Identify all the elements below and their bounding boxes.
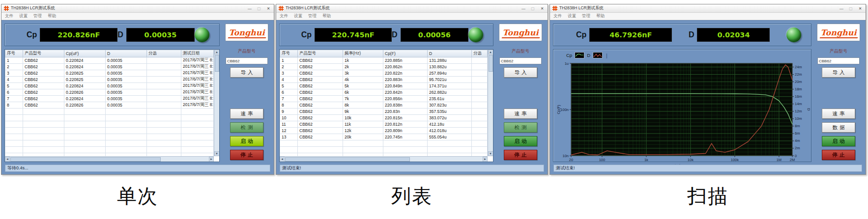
product-model-input[interactable]: [226, 57, 268, 64]
scroll-thumb[interactable]: [285, 157, 410, 162]
table-row[interactable]: 5CBB625k220.849n174.371u: [280, 83, 488, 89]
scroll-left-icon[interactable]: ◄: [5, 157, 10, 162]
column-header[interactable]: 分选: [472, 50, 488, 57]
column-header[interactable]: D: [106, 50, 147, 57]
table-row[interactable]: 3CBB620.2208250.000352017/6/7/周三 8:52: [5, 70, 214, 77]
data-button[interactable]: 数据: [822, 122, 855, 133]
legend-d-label[interactable]: D: [587, 53, 590, 58]
table-row[interactable]: 7CBB620.2208240.000352017/6/7/周三 8:52: [5, 96, 214, 102]
table-row[interactable]: 11CBB6211k220.812n412.18u: [280, 121, 488, 128]
import-button[interactable]: 导入: [822, 67, 855, 78]
table-cell: 412.18u: [428, 121, 472, 128]
table-row[interactable]: 3CBB623k220.822n257.894u: [280, 70, 488, 77]
maximize-button[interactable]: ▢: [256, 6, 262, 11]
table-row[interactable]: 13CBB6220k220.745n555.054u: [280, 134, 488, 140]
table-row[interactable]: 9CBB629k220.83n357.535u: [280, 109, 488, 115]
scroll-down-icon[interactable]: ▼: [488, 151, 493, 156]
column-header[interactable]: 序号: [5, 50, 23, 57]
scroll-thumb[interactable]: [489, 55, 493, 72]
table-row[interactable]: 8CBB620.2208260.000352017/6/7/周三 8:52: [5, 102, 214, 109]
menu-settings[interactable]: 设置: [568, 13, 576, 19]
d-curve-icon[interactable]: [593, 52, 603, 58]
column-header[interactable]: 测试日期: [181, 50, 214, 57]
vertical-scrollbar[interactable]: ▲ ▼: [214, 50, 219, 156]
rate-button[interactable]: 速率: [230, 109, 263, 119]
product-model-input[interactable]: [817, 57, 860, 64]
scroll-right-icon[interactable]: ►: [483, 157, 488, 162]
scroll-left-icon[interactable]: ◄: [280, 157, 285, 162]
menu-help[interactable]: 帮助: [322, 13, 331, 19]
start-button[interactable]: 启动: [504, 136, 537, 146]
column-header[interactable]: 频率(Hz): [343, 50, 383, 57]
vertical-scrollbar[interactable]: ▲ ▼: [488, 50, 493, 156]
titlebar[interactable]: TH2838H LCR测试系统 — ▢ ✕: [276, 4, 548, 13]
rate-button[interactable]: 速率: [822, 109, 855, 119]
table-row[interactable]: 4CBB624k220.883n95.7021u: [280, 77, 488, 83]
menu-manage[interactable]: 管理: [582, 13, 590, 19]
scroll-thumb[interactable]: [10, 157, 161, 162]
table-row[interactable]: 8CBB628k220.838n307.823u: [280, 102, 488, 109]
column-header[interactable]: 产品型号: [298, 50, 343, 57]
rate-button[interactable]: 速率: [504, 109, 537, 119]
horizontal-scrollbar[interactable]: ◄ ►: [280, 156, 488, 162]
maximize-button[interactable]: ▢: [530, 6, 536, 11]
column-header[interactable]: D: [428, 50, 472, 57]
product-model-input[interactable]: [499, 57, 542, 64]
scroll-down-icon[interactable]: ▼: [214, 151, 220, 156]
close-button[interactable]: ✕: [857, 6, 863, 11]
start-button[interactable]: 启动: [230, 136, 263, 146]
scroll-up-icon[interactable]: ▲: [214, 50, 220, 55]
table-row[interactable]: 1CBB620.2208240.000352017/6/7/周三 8:52: [5, 57, 214, 64]
stop-button[interactable]: 停止: [504, 150, 537, 160]
close-button[interactable]: ✕: [539, 6, 545, 11]
menu-help[interactable]: 帮助: [48, 13, 56, 19]
cp-curve-icon[interactable]: [575, 52, 584, 58]
table-row[interactable]: 6CBB620.2208260.000352017/6/7/周三 8:52: [5, 89, 214, 96]
legend-cp-label[interactable]: Cp: [566, 53, 572, 58]
column-header[interactable]: 分选: [147, 50, 181, 57]
scroll-thumb[interactable]: [215, 55, 219, 72]
import-button[interactable]: 导入: [504, 67, 537, 78]
close-button[interactable]: ✕: [265, 6, 271, 11]
titlebar[interactable]: TH2838H LCR测试系统 — ▢ ✕: [1, 4, 274, 13]
stop-button[interactable]: 停止: [822, 150, 855, 160]
maximize-button[interactable]: ▢: [848, 6, 854, 11]
column-header[interactable]: Cp(uF): [64, 50, 106, 57]
menu-settings[interactable]: 设置: [294, 13, 302, 19]
table-row[interactable]: 12CBB6212k220.809n412.018u: [280, 128, 488, 134]
svg-text:100: 100: [599, 158, 606, 162]
menu-file[interactable]: 文件: [553, 13, 562, 19]
scroll-right-icon[interactable]: ►: [209, 157, 214, 162]
titlebar[interactable]: TH2838H LCR测试系统 — ▢ ✕: [550, 4, 866, 13]
table-row[interactable]: 7CBB627k220.856n235.61u: [280, 96, 488, 102]
table-row[interactable]: 2CBB620.2208240.000352017/6/7/周三 8:52: [5, 64, 214, 70]
detect-button[interactable]: 检测: [230, 122, 263, 133]
table-row[interactable]: 10CBB6210k220.815n383.072u: [280, 115, 488, 121]
scroll-up-icon[interactable]: ▲: [488, 50, 493, 55]
stop-button[interactable]: 停止: [230, 150, 263, 160]
table-row[interactable]: 5CBB620.2208240.000352017/6/7/周三 8:52: [5, 83, 214, 89]
menu-file[interactable]: 文件: [5, 13, 13, 19]
start-button[interactable]: 启动: [822, 136, 855, 146]
minimize-button[interactable]: —: [521, 6, 526, 11]
menu-file[interactable]: 文件: [280, 13, 288, 19]
menu-help[interactable]: 帮助: [596, 13, 605, 19]
minimize-button[interactable]: —: [839, 6, 844, 11]
import-button[interactable]: 导入: [230, 67, 263, 78]
table-row[interactable]: 4CBB620.2208250.000352017/6/7/周三 8:52: [5, 77, 214, 83]
column-header[interactable]: 序号: [280, 50, 298, 57]
detect-button[interactable]: 检测: [504, 122, 537, 133]
table-row[interactable]: 2CBB622k220.862n130.882u: [280, 64, 488, 70]
table-cell: CBB62: [23, 64, 64, 70]
table-cell: [472, 77, 488, 83]
menu-manage[interactable]: 管理: [308, 13, 317, 19]
column-header[interactable]: 产品型号: [23, 50, 64, 57]
table-row[interactable]: 1CBB621k220.885n131.288u: [280, 57, 488, 64]
menu-manage[interactable]: 管理: [33, 13, 42, 19]
menu-settings[interactable]: 设置: [19, 13, 28, 19]
horizontal-scrollbar[interactable]: ◄ ►: [5, 156, 214, 162]
table-cell: 2017/6/7/周三 8:52: [181, 57, 214, 64]
minimize-button[interactable]: —: [247, 6, 253, 11]
table-row[interactable]: 6CBB626k220.842n262.882u: [280, 89, 488, 96]
column-header[interactable]: Cp(F): [383, 50, 428, 57]
